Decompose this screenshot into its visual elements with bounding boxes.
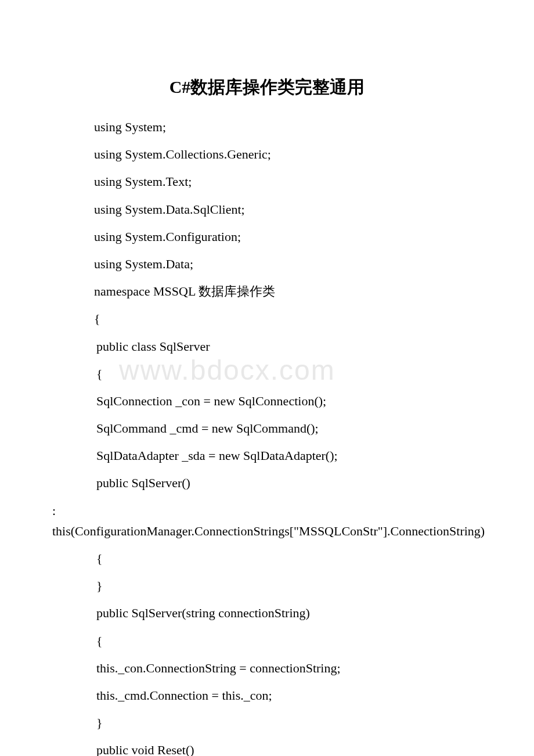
code-line: SqlCommand _cmd = new SqlCommand();	[52, 418, 482, 438]
document-title: C#数据库操作类完整通用	[52, 75, 482, 99]
code-line: using System.Text;	[52, 171, 482, 192]
code-line: using System;	[52, 117, 482, 137]
code-line: using System.Configuration;	[52, 226, 482, 247]
code-line: {	[52, 631, 482, 651]
code-line: {	[52, 548, 482, 568]
document-content: C#数据库操作类完整通用 using System; using System.…	[52, 75, 482, 756]
code-line: }	[52, 712, 482, 733]
code-line: namespace MSSQL 数据库操作类	[52, 281, 482, 301]
code-line: public SqlServer()	[52, 473, 482, 493]
code-line: public class SqlServer	[52, 336, 482, 357]
code-line: {	[52, 363, 482, 384]
code-line: public SqlServer(string connectionString…	[52, 603, 482, 623]
code-line: SqlDataAdapter _sda = new SqlDataAdapter…	[52, 445, 482, 466]
code-line: SqlConnection _con = new SqlConnection()…	[52, 391, 482, 411]
code-line: : this(ConfigurationManager.ConnectionSt…	[52, 501, 482, 541]
code-line: this._cmd.Connection = this._con;	[52, 685, 482, 705]
code-line: this._con.ConnectionString = connectionS…	[52, 658, 482, 678]
code-line: public void Reset()	[52, 740, 482, 756]
code-line: using System.Data;	[52, 254, 482, 274]
code-line: using System.Collections.Generic;	[52, 144, 482, 164]
code-line: }	[52, 575, 482, 596]
code-line: using System.Data.SqlClient;	[52, 199, 482, 219]
code-line: {	[52, 308, 482, 329]
